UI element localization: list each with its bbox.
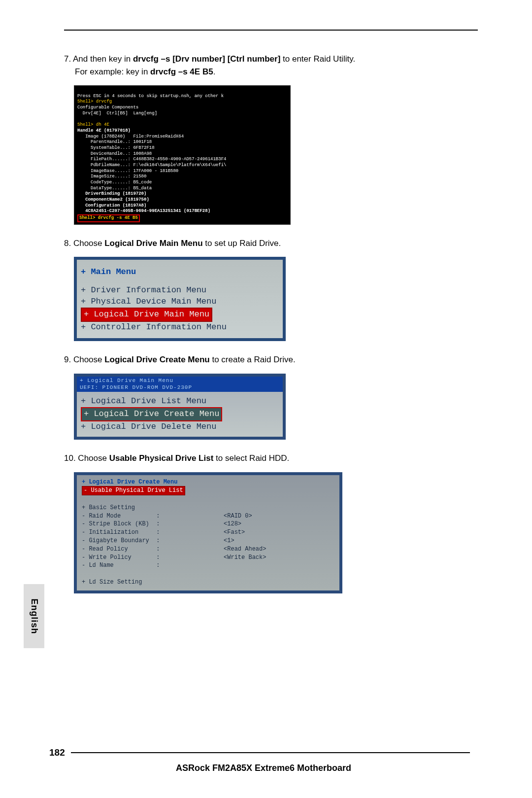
menu-item: + Controller Information Menu [81,322,279,333]
text: 8. Choose [64,239,104,248]
t: Configurable Components [77,105,138,110]
top-rule [64,30,478,31]
t: Drv[4E] Ctrl[B5] Lang[eng] [77,111,157,116]
text: to create a Raid Drive. [210,355,296,364]
t: Handle 4E (01797018) [77,128,131,133]
menu-item-selected: - Usable Physical Drive List [82,486,185,495]
t: SystemTable...: 6FB72F18 [77,145,155,150]
row: - Read Policy : <Read Ahead> [82,546,266,553]
menu-header: + Logical Drive Main Menu UEFI: PIONEER … [77,377,283,392]
row: - Ld Name : [82,562,160,569]
menu-item: + Logical Drive Delete Menu [81,421,279,433]
step-8: 8. Choose Logical Drive Main Menu to set… [64,237,478,250]
t: ComponentName2 (1819750) [77,197,149,202]
step-10: 10. Choose Usable Physical Drive List to… [64,452,478,465]
t: Configuration (18197A8) [77,203,146,208]
t: ImageBase.....: 17FA000 - 181B580 [77,169,178,173]
bold: Usable Physical Drive List [109,453,214,463]
t: ParentHandle..: 1001F18 [77,139,152,144]
text: 7. And then key in [64,54,133,64]
t: ImageSize.....: 21580 [77,174,146,179]
text: . [213,67,216,76]
text: 9. Choose [64,355,104,364]
screenshot-terminal: Press ESC in 4 seconds to skip startup.n… [74,85,291,225]
row: + Basic Setting [82,504,135,511]
screenshot-main-menu: + Main Menu + Driver Information Menu + … [74,257,286,341]
t: Press ESC in 4 seconds to skip startup.n… [77,94,224,99]
text: 10. Choose [64,453,109,463]
language-tab: English [24,584,44,648]
bold: Logical Drive Main Menu [104,239,202,248]
t: CodeType......: BS_code [77,180,152,185]
menu-title: + Main Menu [81,267,279,278]
text: to enter Raid Utility. [280,54,355,64]
t: DeviceHandle..: 1008A98 [77,151,152,156]
footer-rule [71,752,470,753]
t: Image (178B240) File:PromiseRaidX64 [77,134,184,139]
product-name: ASRock FM2A85X Extreme6 Motherboard [49,763,478,773]
row: - Stripe Block (KB) : <128> [82,520,241,527]
bold-cmd: drvcfg –s 4E B5 [150,67,213,76]
t: PdbFileName...: F:\edk104\Sample\Platfor… [77,163,226,168]
row: - Initialization : <Fast> [82,529,245,536]
highlighted-cmd: Shell> drvcfg -s 4E B5 [77,214,140,222]
menu-item: + Driver Information Menu [81,285,279,296]
t: Shell> dh 4E [77,122,109,127]
page-number: 182 [49,747,65,758]
screenshot-drive-menu: + Logical Drive Main Menu UEFI: PIONEER … [74,374,286,440]
text: For example: key in [75,67,150,76]
t: FilePath......: C468B382-4550-4909-AD57-… [77,157,226,162]
menu-item: + Logical Drive List Menu [81,396,279,407]
t: Shell> drvcfg [77,99,112,104]
bold-cmd: drvcfg –s [Drv number] [Ctrl number] [133,54,280,64]
step-7: 7. And then key in drvcfg –s [Drv number… [64,53,478,78]
row: + Ld Size Setting [82,579,142,586]
step-9: 9. Choose Logical Drive Create Menu to c… [64,353,478,366]
menu-item-selected: + Logical Drive Create Menu [81,407,222,421]
menu-title: + Logical Drive Create Menu [82,479,177,486]
t: DriverBinding (1819720) [77,191,146,196]
row: - Write Policy : <Write Back> [82,554,266,561]
language-label: English [29,598,39,634]
t: DataType......: BS_data [77,186,152,191]
menu-item: + Physical Device Main Menu [81,296,279,308]
menu-item-selected: + Logical Drive Main Menu [81,308,212,322]
t: 4C8A2451-C207-405B-9694-99EA13251341 (01… [77,208,210,213]
row: - Gigabyte Boundary : <1> [82,537,234,544]
page-footer: 182 ASRock FM2A85X Extreme6 Motherboard [49,747,478,773]
row: - Raid Mode : <RAID 0> [82,513,252,520]
bold: Logical Drive Create Menu [104,355,210,364]
text: to set up Raid Drive. [203,239,281,248]
text: to select Raid HDD. [213,453,289,463]
screenshot-create-menu: + Logical Drive Create Menu - Usable Phy… [74,472,342,593]
